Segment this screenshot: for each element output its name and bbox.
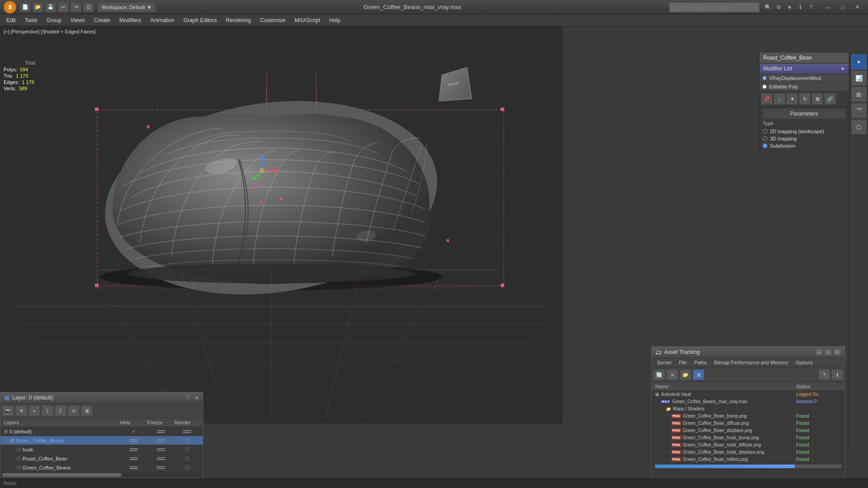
asset-menu-file[interactable]: File	[675, 359, 690, 366]
layer-hide-default[interactable]: ✓	[120, 428, 147, 434]
asset-row-husk-bump[interactable]: PNG Green_Coffee_Bean_husk_bump.png Foun…	[652, 434, 845, 442]
undo-button[interactable]: ↩	[58, 2, 69, 12]
modifier-list-arrow[interactable]: ▼	[840, 66, 845, 71]
asset-row-max[interactable]: MAX Green_Coffee_Beans_max_vray.max Netw…	[652, 398, 845, 405]
layer-freeze-husk[interactable]	[147, 448, 174, 451]
asset-menu-server[interactable]: Server	[653, 359, 675, 366]
layer-freeze-gcb[interactable]	[147, 439, 174, 442]
type-subdivision-option[interactable]: Subdivision	[763, 142, 845, 149]
layer-freeze-gcb2[interactable]	[147, 466, 174, 469]
mod-tool-pin[interactable]: 📌	[761, 93, 773, 105]
rt-btn-star[interactable]: ✦	[851, 54, 867, 70]
viewcube-body[interactable]: PERSP	[438, 67, 472, 101]
asset-row-vault[interactable]: 🏛 Autodesk Vault Logged Ou	[652, 391, 845, 398]
layer-render-roast[interactable]: ⬡	[174, 455, 199, 461]
asset-row-bump[interactable]: PNG Green_Coffee_Bean_bump.png Found	[652, 413, 845, 420]
rt-btn-layers[interactable]: ⊞	[851, 87, 867, 102]
layer-hide-gcb2[interactable]	[120, 466, 147, 469]
layer-hide-roast[interactable]	[120, 457, 147, 460]
modifier-poly[interactable]: Editable Poly	[759, 83, 849, 91]
asset-close-button[interactable]: ✕	[833, 349, 841, 356]
asset-minimize-button[interactable]: —	[815, 349, 823, 356]
close-button[interactable]: ✕	[850, 2, 864, 12]
menu-modifiers[interactable]: Modifiers	[115, 15, 146, 25]
menu-group[interactable]: Group	[42, 15, 66, 25]
type-2d-option[interactable]: 2D mapping (landscape)	[763, 128, 845, 135]
search-icon[interactable]: 🔍	[763, 3, 772, 12]
layer-row-default[interactable]: ⊞ 0 (default) ✓	[0, 427, 203, 436]
save-button[interactable]: 💾	[45, 2, 56, 12]
asset-tb-list[interactable]: ≡	[666, 369, 678, 380]
layer-row-gcb2[interactable]: ⬡ Green_Coffee_Beans ⬡	[0, 463, 203, 472]
asset-menu-bitmap[interactable]: Bitmap Performance and Memory	[710, 359, 792, 366]
menu-tools[interactable]: Tools	[20, 15, 42, 25]
type-3d-option[interactable]: 3D mapping	[763, 135, 845, 142]
layer-tb-list1[interactable]: ≡	[68, 405, 80, 416]
menu-graph-editors[interactable]: Graph Editors	[179, 15, 221, 25]
layer-scrollbar-thumb[interactable]	[2, 473, 122, 477]
type-2d-radio[interactable]	[763, 129, 767, 134]
asset-row-husk-displace[interactable]: PNG Green_Coffee_Bean_husk_displace.png …	[652, 449, 845, 456]
layer-freeze-default[interactable]	[147, 430, 174, 433]
layer-tb-add[interactable]: +	[28, 405, 40, 416]
mod-tool-select[interactable]: ↕	[774, 93, 785, 105]
mod-tool-move[interactable]: ✦	[786, 93, 798, 105]
layer-panel-close[interactable]: ✕	[194, 395, 199, 401]
type-subdivision-radio[interactable]	[763, 144, 767, 148]
asset-tb-reload[interactable]: 🔄	[653, 369, 665, 380]
help-icon[interactable]: ?	[807, 3, 816, 12]
layer-render-gcb2[interactable]: ⬡	[174, 465, 199, 470]
info-icon[interactable]: ℹ	[796, 3, 805, 12]
search-input[interactable]	[669, 2, 760, 12]
asset-row-maps[interactable]: 📁 Maps / Shaders	[652, 405, 845, 413]
new-button[interactable]: 📄	[20, 2, 31, 12]
history-button[interactable]: ⊡	[83, 2, 94, 12]
open-button[interactable]: 📂	[33, 2, 43, 12]
mod-tool-rotate[interactable]: ↻	[799, 93, 811, 105]
menu-maxscript[interactable]: MAXScript	[290, 15, 325, 25]
viewport[interactable]: [+] [Perspective] [Shaded + Edged Faces]…	[0, 26, 563, 423]
asset-row-diffuse[interactable]: PNG Green_Coffee_Bean_diffuse.png Found	[652, 420, 845, 427]
menu-views[interactable]: Views	[66, 15, 89, 25]
rt-btn-render[interactable]: 🎬	[851, 103, 867, 118]
layer-render-gcb[interactable]: ⬡	[174, 437, 199, 443]
layer-row-green-coffee[interactable]: ⊞ Green_Coffee_Beans ⬡	[0, 436, 203, 445]
asset-tb-grid[interactable]: ⊞	[693, 369, 704, 380]
menu-help[interactable]: Help	[325, 15, 345, 25]
layer-tb-camera[interactable]: 📷	[2, 405, 14, 416]
menu-rendering[interactable]: Rendering	[221, 15, 255, 25]
layer-scrollbar[interactable]	[2, 473, 201, 477]
menu-edit[interactable]: Edit	[2, 15, 20, 25]
mod-tool-link[interactable]: 🔗	[824, 93, 836, 105]
settings-icon[interactable]: ⚙	[774, 3, 783, 12]
asset-row-husk-diffuse[interactable]: PNG Green_Coffee_Bean_husk_diffuse.png F…	[652, 442, 845, 449]
asset-row-displace[interactable]: PNG Green_Coffee_Bean_displace.png Found	[652, 427, 845, 434]
layer-tb-move1[interactable]: ⤵	[42, 405, 53, 416]
asset-maximize-button[interactable]: □	[824, 349, 832, 356]
maximize-button[interactable]: □	[835, 2, 850, 12]
layer-tb-list2[interactable]: ≣	[81, 405, 93, 416]
asset-tb-folder[interactable]: 📁	[680, 369, 691, 380]
layer-freeze-roast[interactable]	[147, 457, 174, 460]
viewcube[interactable]: PERSP	[432, 65, 474, 107]
layer-hide-husk[interactable]	[120, 448, 147, 451]
layer-row-husk[interactable]: ⬡ husk ⬡	[0, 445, 203, 454]
asset-menu-options[interactable]: Options	[792, 359, 816, 366]
menu-create[interactable]: Create	[89, 15, 115, 25]
bookmark-icon[interactable]: ★	[785, 3, 794, 12]
rt-btn-material[interactable]: ⬡	[851, 119, 867, 135]
menu-animation[interactable]: Animation	[146, 15, 179, 25]
mod-tool-scale[interactable]: ⊠	[812, 93, 823, 105]
layer-row-roast[interactable]: ⬡ Roast_Coffee_Bean ⬡	[0, 454, 203, 463]
modifier-vray[interactable]: VRayDisplacementMod	[759, 74, 849, 83]
layer-render-husk[interactable]: ⬡	[174, 446, 199, 452]
menu-customize[interactable]: Customize	[255, 15, 290, 25]
rt-btn-graph[interactable]: 📊	[851, 70, 867, 86]
asset-tb-info[interactable]: ℹ	[831, 369, 843, 380]
layer-panel-help[interactable]: ?	[186, 395, 189, 401]
layer-render-default[interactable]	[174, 430, 199, 433]
layer-hide-gcb[interactable]	[120, 439, 147, 442]
type-3d-radio[interactable]	[763, 136, 767, 141]
asset-row-reflect[interactable]: PNG Green_Coffee_Bean_reflect.png Found	[652, 456, 845, 463]
layer-tb-remove[interactable]: ✕	[15, 405, 27, 416]
